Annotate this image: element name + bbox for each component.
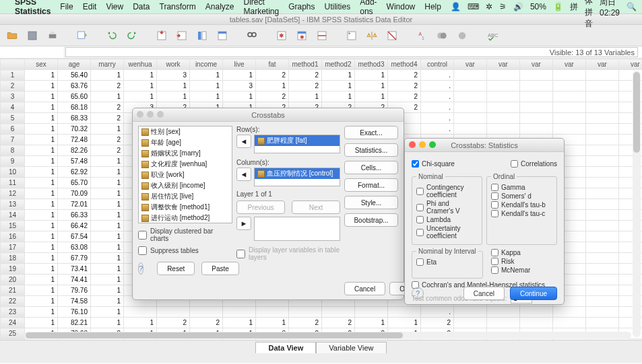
cell[interactable]: 2 <box>289 70 322 81</box>
variable-item[interactable]: 职业 [work] <box>139 170 232 180</box>
zoom-icon[interactable] <box>157 111 164 118</box>
cell[interactable] <box>223 307 256 318</box>
goto-case-icon[interactable] <box>154 28 170 44</box>
cell[interactable]: . <box>421 102 454 113</box>
cell[interactable]: . <box>421 70 454 81</box>
rows-box[interactable]: 肥胖程度 [fat] <box>254 135 340 153</box>
cell[interactable] <box>487 81 520 92</box>
cell[interactable]: 66.42 <box>58 221 91 231</box>
cell[interactable]: 1 <box>355 81 388 92</box>
cell[interactable]: 1 <box>91 275 124 285</box>
horizontal-scrollbar[interactable] <box>24 332 631 339</box>
cell[interactable]: 76.10 <box>58 307 91 318</box>
cell[interactable]: 2 <box>388 70 421 81</box>
cell[interactable]: 2 <box>190 318 223 328</box>
cell[interactable]: 2 <box>91 81 124 92</box>
cell[interactable]: 2 <box>322 318 355 328</box>
status-bt-icon[interactable]: ✲ <box>486 2 492 11</box>
cell[interactable] <box>586 231 619 242</box>
menu-edit[interactable]: Edit <box>83 2 97 11</box>
cell[interactable]: 74.41 <box>58 275 91 285</box>
cell[interactable]: . <box>421 307 454 318</box>
column-header[interactable]: work <box>157 59 190 70</box>
status-bluetooth-icon[interactable]: ⌨ <box>468 2 479 11</box>
cell[interactable] <box>157 307 190 318</box>
cell[interactable]: 1 <box>25 113 58 124</box>
column-header[interactable]: method4 <box>388 59 421 70</box>
menu-help[interactable]: Help <box>424 2 441 11</box>
cell[interactable]: 1 <box>25 242 58 253</box>
spellcheck-icon[interactable]: ABC <box>484 28 500 44</box>
kappa-check[interactable]: Kappa <box>491 249 553 256</box>
variable-item[interactable]: 婚姻状况 [marry] <box>139 148 232 159</box>
cell[interactable] <box>487 113 520 124</box>
cell[interactable] <box>586 92 619 102</box>
cell[interactable]: 2 <box>388 81 421 92</box>
cell[interactable]: 1 <box>124 92 157 102</box>
statistics-titlebar[interactable]: Crosstabs: Statistics <box>405 139 564 152</box>
cell[interactable]: 62.92 <box>58 167 91 178</box>
cell[interactable] <box>586 124 619 135</box>
move-layer-button[interactable]: ► <box>236 217 251 230</box>
undo-icon[interactable] <box>104 28 120 44</box>
cell[interactable]: . <box>421 81 454 92</box>
cell[interactable] <box>586 264 619 275</box>
cell[interactable]: 1 <box>256 81 289 92</box>
cell[interactable]: . <box>421 113 454 124</box>
cell[interactable]: 1 <box>91 178 124 188</box>
split-file-icon[interactable] <box>314 28 330 44</box>
cell[interactable]: 63.76 <box>58 81 91 92</box>
cell[interactable] <box>586 285 619 296</box>
continue-button[interactable]: Continue <box>510 287 557 300</box>
column-header[interactable]: wenhua <box>124 59 157 70</box>
cell[interactable]: 1 <box>322 92 355 102</box>
row-header[interactable]: 19 <box>1 264 25 275</box>
redo-icon[interactable] <box>124 28 140 44</box>
cell[interactable] <box>520 113 553 124</box>
row-header[interactable]: 15 <box>1 221 25 231</box>
status-battery[interactable]: 50% <box>530 2 546 11</box>
cell[interactable]: 1 <box>124 81 157 92</box>
cell[interactable]: 2 <box>388 92 421 102</box>
print-icon[interactable] <box>44 28 61 44</box>
cell[interactable]: 68.33 <box>58 113 91 124</box>
cell[interactable]: 1 <box>289 92 322 102</box>
cell[interactable]: 1 <box>91 199 124 210</box>
cell[interactable]: 1 <box>25 70 58 81</box>
menu-directmarketing[interactable]: Direct Marketing <box>243 0 279 16</box>
cell[interactable] <box>190 307 223 318</box>
cell[interactable] <box>256 307 289 318</box>
format-button[interactable]: Format... <box>344 178 398 192</box>
menu-data[interactable]: Data <box>133 2 150 11</box>
cell[interactable]: 1 <box>25 253 58 264</box>
cell[interactable]: 72.01 <box>58 199 91 210</box>
clustered-check[interactable]: Display clustered bar charts <box>138 227 232 242</box>
cell[interactable] <box>586 113 619 124</box>
row-header[interactable]: 10 <box>1 167 25 178</box>
tab-data-view[interactable]: Data View <box>255 342 316 353</box>
cell[interactable] <box>322 307 355 318</box>
cell[interactable]: 1 <box>25 124 58 135</box>
row-header[interactable]: 16 <box>1 231 25 242</box>
cell[interactable]: 1 <box>91 285 124 296</box>
reset-button[interactable]: Reset <box>157 262 195 275</box>
menu-addons[interactable]: Add-ons <box>360 0 377 16</box>
cell[interactable]: 1 <box>91 188 124 199</box>
style-button[interactable]: Style... <box>344 196 398 209</box>
close-icon[interactable] <box>409 141 416 148</box>
status-search-icon[interactable]: 🔍 <box>627 2 637 11</box>
column-header[interactable]: var <box>586 59 619 70</box>
cell[interactable] <box>454 307 487 318</box>
somers-check[interactable]: Somers' d <box>491 192 552 200</box>
cell[interactable] <box>454 92 487 102</box>
run-descriptives-icon[interactable] <box>214 28 230 44</box>
cell[interactable]: 1 <box>91 124 124 135</box>
row-header[interactable]: 12 <box>1 188 25 199</box>
cell[interactable] <box>454 113 487 124</box>
row-header[interactable]: 1 <box>1 70 25 81</box>
menu-analyze[interactable]: Analyze <box>205 2 234 11</box>
cell[interactable] <box>520 307 553 318</box>
cell[interactable]: 1 <box>91 231 124 242</box>
row-header[interactable]: 11 <box>1 178 25 188</box>
cell[interactable]: 2 <box>91 135 124 145</box>
